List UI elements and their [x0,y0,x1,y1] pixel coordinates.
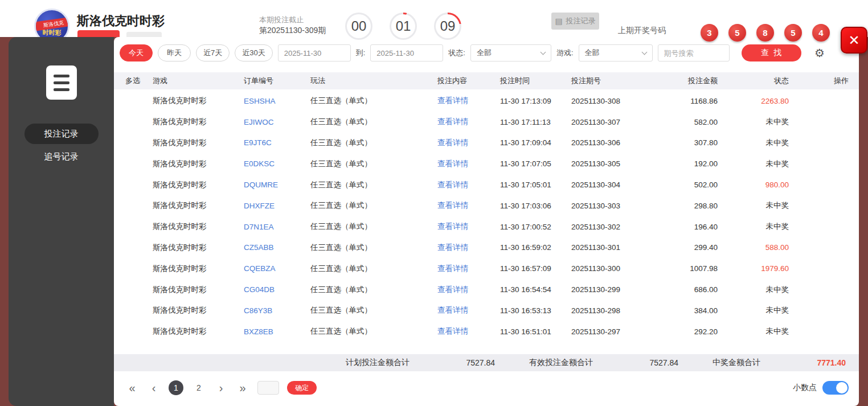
date-to-input[interactable] [370,44,443,61]
page-number-button[interactable]: 2 [191,380,206,395]
deadline-label: 本期投注截止 [259,15,304,25]
logo-sub-text: 时时彩 [36,28,68,37]
cell-detail-link[interactable]: 查看详情 [437,285,468,294]
sidebar-item-bet-records[interactable]: 投注记录 [24,124,99,144]
table-row: 斯洛伐克时时彩 ESHSHA 任三直选（单式） 查看详情 11-30 17:13… [114,91,859,112]
cell-status: 未中奖 [718,138,789,148]
cell-order-id[interactable]: E0DKSC [244,159,310,168]
cell-order-id[interactable]: E9JT6C [244,138,310,147]
cell-time: 11-30 17:11:13 [500,118,571,126]
date-from-input[interactable] [278,44,351,61]
search-button[interactable]: 查找 [742,44,801,61]
page-jump-confirm-button[interactable]: 确定 [287,381,317,395]
col-header-order-id: 订单编号 [244,76,310,86]
cell-period: 20251130-304 [571,181,646,189]
game-select[interactable]: 全部 [579,44,653,61]
cell-time: 11-30 16:57:09 [500,264,571,273]
cell-order-id[interactable]: CZ5ABB [244,243,310,252]
countdown-digit: 09 [436,14,460,38]
cell-period: 20251130-299 [571,285,646,294]
cell-play: 任三直选（单式） [310,222,437,232]
cell-detail-link[interactable]: 查看详情 [437,138,468,147]
draw-number-ball: 5 [728,24,746,42]
bet-records-modal: 今天昨天近7天近30天 到: 状态: 全部 游戏: 全部 查找 ⚙ 多选 游戏 … [114,37,859,406]
cell-detail-link[interactable]: 查看详情 [437,201,468,210]
table-header-row: 多选 游戏 订单编号 玩法 投注内容 投注时间 投注期号 投注金额 状态 操作 [114,72,859,89]
cell-period: 20251130-300 [571,264,646,273]
filter-bar: 今天昨天近7天近30天 到: 状态: 全部 游戏: 全部 查找 ⚙ [120,44,851,61]
first-page-button[interactable]: « [125,382,139,395]
cell-amount: 307.80 [646,138,718,147]
records-sidebar: 投注记录 追号记录 [9,37,114,406]
sidebar-item-label: 追号记录 [44,151,79,162]
status-select[interactable]: 全部 [470,44,551,61]
draw-number-ball: 5 [784,24,802,42]
cell-time: 11-30 16:54:54 [500,285,571,294]
cell-order-id[interactable]: EJIWOC [244,118,310,126]
quick-range-button[interactable]: 近7天 [196,44,230,61]
next-page-button[interactable]: › [214,382,228,395]
cell-detail-link[interactable]: 查看详情 [437,264,468,273]
cell-order-id[interactable]: DHXFZE [244,202,310,210]
col-header-status: 状态 [718,76,789,86]
cell-game: 斯洛伐克时时彩 [153,326,244,337]
status-filter-label: 状态: [448,48,465,58]
valid-total-value: 7527.84 [593,358,678,367]
cell-detail-link[interactable]: 查看详情 [437,222,468,231]
cell-time: 11-30 17:13:09 [500,97,571,105]
prev-page-button[interactable]: ‹ [147,382,161,395]
close-button[interactable]: ✕ [841,27,867,54]
cell-game: 斯洛伐克时时彩 [153,285,244,295]
cell-order-id[interactable]: C86Y3B [244,306,310,315]
win-total-value: 7771.40 [760,358,846,367]
cell-detail-link[interactable]: 查看详情 [437,181,468,189]
cell-order-id[interactable]: CQEBZA [244,264,310,273]
cell-play: 任三直选（单式） [310,305,437,315]
cell-game: 斯洛伐克时时彩 [153,200,244,211]
header-bet-record-button[interactable]: ▤ 投注记录 [551,13,599,30]
page-title: 斯洛伐克时时彩 [77,13,165,30]
cell-status: 未中奖 [718,326,789,337]
cell-order-id[interactable]: ESHSHA [244,97,310,105]
table-row: 斯洛伐克时时彩 CQEBZA 任三直选（单式） 查看详情 11-30 16:57… [114,258,859,279]
cell-order-id[interactable]: CG04DB [244,285,310,294]
cell-period: 20251130-297 [571,327,646,336]
cell-play: 任三直选（单式） [310,200,437,211]
period-search-input[interactable] [658,44,730,61]
last-page-button[interactable]: » [236,382,249,395]
table-row: 斯洛伐克时时彩 CZ5ABB 任三直选（单式） 查看详情 11-30 16:59… [114,237,859,259]
draw-number-ball: 4 [812,24,830,42]
cell-detail-link[interactable]: 查看详情 [437,159,468,168]
sidebar-item-chase-records[interactable]: 追号记录 [24,146,99,167]
cell-order-id[interactable]: DQUMRE [244,181,310,189]
cell-status: 未中奖 [718,305,789,315]
countdown-ring: 00 [345,13,372,40]
cell-detail-link[interactable]: 查看详情 [437,327,468,335]
quick-range-button[interactable]: 昨天 [158,44,191,61]
page-jump-input[interactable] [257,381,279,395]
cell-time: 11-30 16:51:01 [500,327,571,336]
settings-gear-icon[interactable]: ⚙ [811,46,828,60]
cell-play: 任三直选（单式） [310,138,437,148]
cell-order-id[interactable]: D7N1EA [244,223,310,231]
col-header-game: 游戏 [153,76,244,86]
cell-order-id[interactable]: BXZ8EB [244,327,310,336]
cell-amount: 384.00 [646,306,718,315]
toggle-knob [836,382,847,393]
game-filter-label: 游戏: [556,48,574,58]
cell-detail-link[interactable]: 查看详情 [437,243,468,252]
cell-detail-link[interactable]: 查看详情 [437,96,468,105]
page-number-button[interactable]: 1 [169,380,183,395]
cell-play: 任三直选（单式） [310,159,437,169]
page-buttons: 12 [169,380,206,395]
cell-amount: 582.00 [646,118,718,126]
cell-time: 11-30 17:05:01 [500,181,571,189]
status-select-value: 全部 [477,48,492,58]
table-row: 斯洛伐克时时彩 BXZ8EB 任三直选（单式） 查看详情 11-30 16:51… [114,321,859,342]
table-body: 斯洛伐克时时彩 ESHSHA 任三直选（单式） 查看详情 11-30 17:13… [114,91,859,342]
cell-detail-link[interactable]: 查看详情 [437,117,468,126]
cell-detail-link[interactable]: 查看详情 [437,306,468,314]
decimal-point-toggle[interactable] [822,381,849,395]
quick-range-button[interactable]: 今天 [120,44,153,61]
quick-range-button[interactable]: 近30天 [235,44,272,61]
